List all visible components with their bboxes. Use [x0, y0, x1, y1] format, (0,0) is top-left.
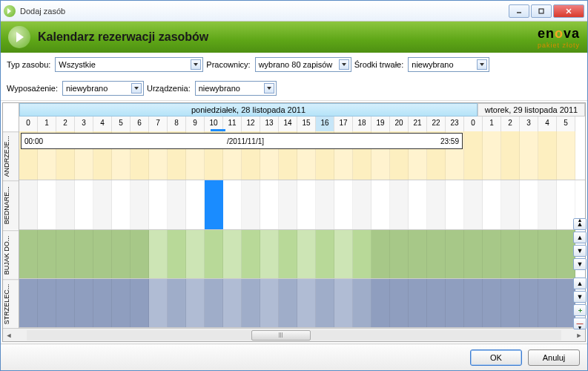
hour-21[interactable]: 21	[409, 116, 427, 131]
reservation-event[interactable]: 00:00/2011/11/1]23:59	[21, 133, 463, 149]
resource-label-3[interactable]: STRZELEC...	[3, 279, 19, 328]
hour-6[interactable]: 6	[131, 116, 149, 131]
resource-label-0[interactable]: ANDRZEJE...	[3, 131, 19, 180]
chevron-down-icon	[191, 59, 201, 70]
dev-select[interactable]: niewybrano	[195, 81, 277, 96]
type-label: Typ zasobu:	[7, 60, 50, 69]
hour-4[interactable]: 4	[93, 116, 112, 131]
app-icon	[4, 5, 16, 17]
hour-18[interactable]: 18	[353, 116, 371, 131]
hour-0[interactable]: 0	[464, 116, 483, 131]
asset-label: Środki trwałe:	[354, 60, 404, 69]
hour-8[interactable]: 8	[168, 116, 186, 131]
dialog-window: Dodaj zasób Kalendarz rezerwacji zasobów…	[0, 0, 588, 371]
hour-17[interactable]: 17	[334, 116, 353, 131]
resource-row-2[interactable]	[19, 230, 585, 279]
titlebar: Dodaj zasób	[1, 1, 587, 22]
ok-button[interactable]: OK	[470, 349, 522, 366]
hour-1[interactable]: 1	[483, 116, 501, 131]
dialog-footer: OK Anuluj	[1, 344, 587, 370]
horizontal-scrollbar[interactable]: ◄ ►	[3, 328, 585, 341]
hour-3[interactable]: 3	[75, 116, 93, 131]
maximize-button[interactable]	[531, 4, 552, 18]
hour-7[interactable]: 7	[149, 116, 168, 131]
hour-4[interactable]: 4	[538, 116, 557, 131]
svg-rect-1	[539, 9, 544, 13]
move-up-button[interactable]: ▲	[573, 278, 587, 289]
hour-2[interactable]: 2	[501, 116, 520, 131]
close-button[interactable]	[553, 4, 584, 18]
resource-label-1[interactable]: BEDNARE...	[3, 180, 19, 229]
page-title: Kalendarz rezerwacji zasobów	[38, 30, 538, 44]
hour-20[interactable]: 20	[390, 116, 409, 131]
asset-select[interactable]: niewybrano	[408, 57, 489, 72]
scroll-top-button[interactable]: ▲▲	[573, 218, 587, 230]
hour-13[interactable]: 13	[260, 116, 279, 131]
scroll-right-icon[interactable]: ►	[573, 330, 585, 341]
calendar: poniedziałek, 28 listopada 2011 wtorek, …	[2, 102, 586, 342]
hour-9[interactable]: 9	[186, 116, 205, 131]
emp-label: Pracownicy:	[206, 60, 250, 69]
calendar-grid[interactable]: 00:00/2011/11/1]23:59	[19, 131, 585, 328]
hour-2[interactable]: 2	[56, 116, 75, 131]
scrollbar-track[interactable]	[27, 330, 561, 341]
hour-0[interactable]: 0	[19, 116, 38, 131]
resource-row-3[interactable]	[19, 279, 585, 328]
chevron-down-icon	[264, 83, 274, 93]
resource-row-1[interactable]	[19, 180, 585, 229]
hour-16[interactable]: 16	[316, 116, 334, 131]
scrollbar-thumb[interactable]	[251, 330, 311, 341]
chevron-down-icon	[477, 59, 487, 70]
hour-23[interactable]: 23	[446, 116, 464, 131]
window-title: Dodaj zasób	[20, 7, 509, 16]
dev-label: Urządzenia:	[147, 84, 191, 93]
filter-bar: Typ zasobu: Wszystkie Pracownicy: wybran…	[1, 53, 587, 101]
move-down-button[interactable]: ▼	[573, 291, 587, 303]
scroll-bottom-button[interactable]: ▼▼	[573, 258, 587, 270]
header-banner: Kalendarz rezerwacji zasobów enova pakie…	[1, 22, 587, 53]
hour-10[interactable]: 10	[205, 116, 223, 131]
type-select[interactable]: Wszystkie	[55, 57, 203, 72]
hour-1[interactable]: 1	[38, 116, 56, 131]
hour-ruler: 0123456789101112131415161718192021222301…	[19, 116, 585, 131]
chevron-down-icon	[131, 83, 142, 93]
hour-5[interactable]: 5	[557, 116, 575, 131]
corner-spacer	[3, 103, 19, 131]
equip-label: Wyposażenie:	[7, 84, 58, 93]
cancel-button[interactable]: Anuluj	[528, 349, 580, 366]
resource-label-2[interactable]: BUJAK DO...	[3, 230, 19, 279]
emp-select[interactable]: wybrano 80 zapisów	[255, 57, 351, 72]
hour-12[interactable]: 12	[242, 116, 260, 131]
scroll-down-button[interactable]: ▼	[573, 245, 587, 257]
resource-row-0[interactable]: 00:00/2011/11/1]23:59	[19, 131, 585, 180]
row-labels: ANDRZEJE...BEDNARE...BUJAK DO...STRZELEC…	[3, 131, 19, 328]
hour-15[interactable]: 15	[297, 116, 316, 131]
hour-11[interactable]: 11	[223, 116, 242, 131]
side-toolbar: ▲▲ ▲ ▼ ▼▼ ▲ ▼ ＋ —	[573, 218, 587, 329]
day-2-header[interactable]: wtorek, 29 listopada 2011	[478, 103, 585, 116]
brand-logo: enova pakiet złoty	[538, 26, 580, 49]
time-marker	[205, 180, 223, 229]
hour-14[interactable]: 14	[279, 116, 297, 131]
hour-5[interactable]: 5	[112, 116, 131, 131]
hour-19[interactable]: 19	[371, 116, 390, 131]
scroll-left-icon[interactable]: ◄	[3, 330, 15, 341]
equip-select[interactable]: niewybrano	[62, 81, 144, 96]
hour-22[interactable]: 22	[427, 116, 446, 131]
hour-3[interactable]: 3	[520, 116, 538, 131]
calendar-rows: ANDRZEJE...BEDNARE...BUJAK DO...STRZELEC…	[3, 131, 585, 328]
day-header: poniedziałek, 28 listopada 2011 wtorek, …	[19, 103, 585, 116]
scroll-up-button[interactable]: ▲	[573, 232, 587, 243]
day-1-header[interactable]: poniedziałek, 28 listopada 2011	[19, 103, 478, 116]
chevron-down-icon	[339, 59, 349, 70]
play-icon	[8, 26, 30, 48]
minimize-button[interactable]	[509, 4, 529, 18]
window-controls	[509, 4, 584, 18]
add-button[interactable]: ＋	[573, 304, 587, 316]
